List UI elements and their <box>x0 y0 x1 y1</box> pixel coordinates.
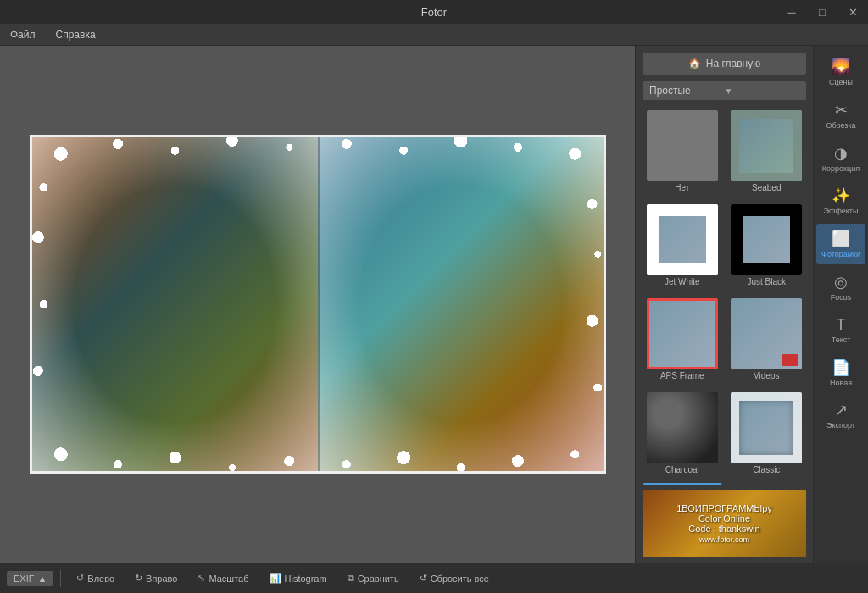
window-controls: ─ □ ✕ <box>776 0 868 24</box>
sidebar-label-text: Текст <box>832 335 851 345</box>
histogram-button[interactable]: 📊 Histogram <box>261 569 336 587</box>
frame-thumb-jetwhite <box>647 204 718 275</box>
frames-grid: НетSeabedJet WhiteJust BlackAPS FrameVid… <box>636 107 813 485</box>
sidebar-item-focus[interactable]: ◎Focus <box>816 268 865 308</box>
toolbar-separator-1 <box>60 570 61 587</box>
ad-banner: 1ВОИПРОГРАММЫpyColor OnlineCode : thanks… <box>643 490 806 557</box>
frame-item-charcoal[interactable]: Charcoal <box>643 389 722 478</box>
sidebar-label-frames: Фоторамки <box>821 250 860 259</box>
sidebar-item-text[interactable]: TТекст <box>816 311 865 350</box>
filter-dropdown[interactable]: Простые ▼ <box>643 81 806 100</box>
frame-item-apsframe[interactable]: APS Frame <box>643 295 722 384</box>
frame-thumb-classic <box>731 392 802 463</box>
sidebar-item-crop[interactable]: ✂Обрезка <box>816 96 865 136</box>
frame-item-classic[interactable]: Classic <box>727 389 807 478</box>
photo-left-overlay <box>32 137 318 471</box>
frame-label-videos: Videos <box>754 371 779 380</box>
rotate-right-button[interactable]: ↻ Вправо <box>126 569 186 587</box>
scale-icon: ⤡ <box>198 573 205 584</box>
photo-collage <box>30 135 606 474</box>
rotate-right-label: Вправо <box>146 574 177 584</box>
sidebar-item-effects[interactable]: ✨Эффекты <box>816 181 865 221</box>
reset-icon: ↺ <box>420 573 427 584</box>
frame-label-none: Нет <box>675 183 689 192</box>
frame-label-jetwhite: Jet White <box>665 277 700 286</box>
reset-label: Сбросить все <box>431 574 489 584</box>
rotate-left-label: Влево <box>87 574 114 584</box>
frame-label-seabed: Seabed <box>752 183 781 192</box>
minimize-button[interactable]: ─ <box>776 0 807 24</box>
scenes-icon: 🌄 <box>832 58 850 76</box>
scale-button[interactable]: ⤡ Масштаб <box>189 569 257 587</box>
photo-left <box>32 137 318 471</box>
frame-item-jetwhite[interactable]: Jet White <box>643 201 722 290</box>
sidebar-label-export: Экспорт <box>826 421 855 430</box>
frame-label-apsframe: APS Frame <box>660 371 704 380</box>
menu-file[interactable]: Файл <box>7 27 39 42</box>
frame-label-classic: Classic <box>753 465 780 474</box>
correction-icon: ◑ <box>834 144 848 163</box>
frame-item-frosted[interactable]: Frosted <box>643 483 722 485</box>
frame-thumb-videos <box>731 298 802 369</box>
new-icon: 📄 <box>832 358 850 377</box>
maximize-button[interactable]: □ <box>807 0 837 24</box>
home-button-label: На главную <box>706 58 760 69</box>
menu-bar: Файл Справка <box>0 24 868 46</box>
frame-label-charcoal: Charcoal <box>665 465 699 474</box>
app-title: Fotor <box>421 6 447 19</box>
frame-thumb-apsframe <box>647 298 718 369</box>
frame-item-glassover[interactable]: Glassover <box>727 483 807 485</box>
sidebar-label-effects: Эффекты <box>824 207 859 216</box>
rotate-right-icon: ↻ <box>135 573 142 584</box>
title-bar: Fotor ─ □ ✕ <box>0 0 868 24</box>
sidebar-icons: 🌄Сцены✂Обрезка◑Коррекция✨Эффекты⬜Фоторам… <box>813 46 868 563</box>
reset-button[interactable]: ↺ Сбросить все <box>411 569 498 587</box>
menu-help[interactable]: Справка <box>53 27 99 42</box>
sidebar-label-focus: Focus <box>831 293 852 302</box>
frame-thumb-none <box>647 110 718 181</box>
exif-label: EXIF <box>14 574 34 584</box>
bottom-toolbar: EXIF ▲ ↺ Влево ↻ Вправо ⤡ Масштаб 📊 Hist… <box>0 563 868 593</box>
sidebar-label-new: Новая <box>830 379 852 388</box>
sidebar-label-crop: Обрезка <box>826 121 855 130</box>
right-panel: 🏠 На главную Простые ▼ НетSeabedJet Whit… <box>635 46 813 563</box>
histogram-icon: 📊 <box>270 573 281 584</box>
frame-item-videos[interactable]: Videos <box>727 295 807 384</box>
filter-dropdown-label: Простые <box>649 85 725 97</box>
sidebar-item-new[interactable]: 📄Новая <box>816 353 865 393</box>
canvas-area <box>0 46 635 563</box>
photo-right-overlay <box>318 137 604 471</box>
frame-thumb-seabed <box>731 110 802 181</box>
rotate-left-icon: ↺ <box>76 573 84 584</box>
sidebar-item-frames[interactable]: ⬜Фоторамки <box>816 224 865 264</box>
crop-icon: ✂ <box>835 101 848 119</box>
frame-thumb-justblack <box>731 204 802 275</box>
frame-item-seabed[interactable]: Seabed <box>727 107 807 196</box>
export-icon: ↗ <box>835 401 848 419</box>
sidebar-label-correction: Коррекция <box>822 164 860 174</box>
sidebar-item-scenes[interactable]: 🌄Сцены <box>816 53 865 92</box>
frame-label-justblack: Just Black <box>747 277 786 286</box>
home-icon: 🏠 <box>688 58 701 69</box>
frame-item-justblack[interactable]: Just Black <box>727 201 807 290</box>
rotate-left-button[interactable]: ↺ Влево <box>68 569 123 587</box>
focus-icon: ◎ <box>834 273 848 291</box>
frame-item-none[interactable]: Нет <box>643 107 722 196</box>
sidebar-item-correction[interactable]: ◑Коррекция <box>816 139 865 179</box>
photo-divider <box>318 137 320 471</box>
sidebar-item-export[interactable]: ↗Экспорт <box>816 396 865 435</box>
exif-arrow-icon: ▲ <box>37 574 47 584</box>
ad-text: 1ВОИПРОГРАММЫpyColor OnlineCode : thanks… <box>676 503 772 544</box>
effects-icon: ✨ <box>832 186 850 205</box>
home-button[interactable]: 🏠 На главную <box>643 53 806 75</box>
exif-button[interactable]: EXIF ▲ <box>7 571 53 586</box>
scale-label: Масштаб <box>209 574 248 584</box>
close-button[interactable]: ✕ <box>837 0 868 24</box>
dropdown-arrow-icon: ▼ <box>725 86 800 96</box>
compare-label: Сравнить <box>358 574 399 584</box>
text-icon: T <box>837 316 846 334</box>
compare-button[interactable]: ⧉ Сравнить <box>339 569 408 587</box>
compare-icon: ⧉ <box>348 573 354 584</box>
histogram-label: Histogram <box>285 574 327 584</box>
sidebar-label-scenes: Сцены <box>829 78 853 87</box>
